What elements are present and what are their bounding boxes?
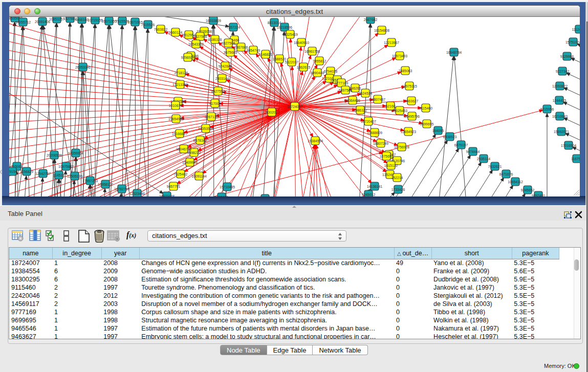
svg-text:15720407: 15720407 [361, 120, 376, 123]
svg-text:1075692: 1075692 [380, 155, 394, 158]
svg-text:12213369: 12213369 [172, 83, 188, 86]
svg-text:16046736: 16046736 [176, 147, 191, 151]
svg-text:10719155: 10719155 [88, 18, 103, 22]
svg-text:9245652: 9245652 [521, 188, 535, 192]
svg-text:11124047: 11124047 [572, 28, 580, 31]
svg-text:12323446: 12323446 [129, 192, 145, 195]
svg-text:20206536: 20206536 [47, 154, 62, 157]
svg-text:8215956: 8215956 [540, 107, 554, 111]
svg-text:9777169: 9777169 [335, 81, 349, 85]
svg-text:252214: 252214 [391, 176, 403, 180]
svg-text:1010673: 1010673 [169, 104, 183, 107]
svg-text:12942757: 12942757 [35, 172, 51, 176]
svg-text:5322037: 5322037 [285, 60, 299, 64]
svg-text:11325419: 11325419 [282, 33, 298, 36]
svg-text:16154808: 16154808 [374, 29, 389, 32]
svg-text:9296934: 9296934 [181, 56, 195, 59]
svg-text:9463627: 9463627 [405, 99, 419, 103]
svg-text:3267130: 3267130 [205, 115, 219, 119]
svg-text:8990448: 8990448 [311, 71, 324, 75]
svg-text:9245012: 9245012 [362, 193, 376, 196]
svg-text:19166827: 19166827 [172, 132, 187, 136]
svg-text:9699695: 9699695 [420, 122, 434, 126]
svg-text:9327508: 9327508 [222, 41, 235, 45]
svg-text:3624534: 3624534 [359, 92, 373, 95]
svg-text:9660124: 9660124 [169, 31, 183, 34]
svg-text:114519: 114519 [53, 173, 64, 177]
svg-text:1615132: 1615132 [384, 164, 398, 167]
svg-text:6879197: 6879197 [454, 143, 468, 147]
svg-text:16782759: 16782759 [114, 187, 129, 191]
svg-text:9242848: 9242848 [219, 64, 232, 68]
svg-text:20364436: 20364436 [345, 99, 360, 102]
svg-text:10688609: 10688609 [367, 131, 382, 135]
svg-text:17359934: 17359934 [68, 151, 83, 155]
svg-text:13654923: 13654923 [401, 130, 416, 134]
svg-text:62160: 62160 [386, 104, 396, 108]
svg-text:7663822: 7663822 [154, 28, 168, 31]
svg-text:7625402: 7625402 [174, 172, 188, 176]
svg-text:9146821: 9146821 [259, 53, 273, 56]
svg-text:7357224: 7357224 [227, 26, 241, 29]
svg-text:10654112: 10654112 [508, 180, 523, 184]
svg-text:19218596: 19218596 [277, 26, 292, 29]
svg-text:20691406: 20691406 [35, 20, 50, 24]
svg-text:8186328: 8186328 [208, 38, 222, 41]
svg-text:16033809: 16033809 [206, 19, 221, 23]
svg-text:10025453: 10025453 [392, 109, 407, 113]
svg-text:14055712: 14055712 [15, 20, 31, 24]
svg-text:10973493: 10973493 [392, 54, 407, 58]
svg-text:9892401: 9892401 [532, 194, 546, 196]
svg-text:8454749: 8454749 [247, 49, 260, 52]
svg-text:3498222: 3498222 [187, 151, 201, 155]
svg-text:8427552: 8427552 [211, 90, 225, 93]
svg-text:8813014: 8813014 [268, 21, 281, 25]
svg-text:17957253: 17957253 [82, 179, 98, 183]
svg-text:2935114: 2935114 [477, 157, 490, 161]
svg-text:12213967: 12213967 [384, 41, 399, 45]
svg-text:2867608: 2867608 [234, 46, 248, 49]
svg-text:16648784: 16648784 [446, 51, 462, 54]
svg-text:16495796: 16495796 [404, 115, 420, 118]
svg-text:2718126: 2718126 [175, 71, 188, 75]
svg-text:9115460: 9115460 [419, 106, 432, 110]
svg-text:7515526: 7515526 [141, 23, 155, 27]
svg-text:10807487: 10807487 [370, 98, 385, 101]
svg-text:164095: 164095 [432, 129, 444, 133]
svg-text:2087682: 2087682 [364, 18, 378, 21]
svg-text:6497568: 6497568 [339, 89, 353, 92]
svg-text:19654985: 19654985 [168, 117, 184, 121]
svg-text:17016504: 17016504 [561, 144, 576, 147]
svg-text:12505135: 12505135 [67, 174, 82, 178]
svg-text:10671915: 10671915 [127, 20, 143, 24]
svg-text:1733426: 1733426 [391, 188, 405, 191]
svg-text:12093872: 12093872 [552, 84, 568, 88]
svg-text:7955812: 7955812 [313, 59, 326, 63]
svg-text:10853257: 10853257 [49, 17, 64, 21]
svg-text:8471676: 8471676 [499, 172, 513, 176]
svg-text:26053346: 26053346 [75, 65, 91, 69]
svg-text:9329966: 9329966 [560, 55, 574, 58]
svg-text:7485063: 7485063 [399, 69, 412, 73]
svg-text:1244415: 1244415 [553, 99, 567, 102]
svg-text:16961758: 16961758 [304, 50, 320, 53]
svg-text:15692071: 15692071 [554, 130, 569, 134]
svg-text:18640910: 18640910 [294, 41, 309, 45]
svg-text:9227342: 9227342 [556, 70, 570, 73]
svg-text:116753: 116753 [571, 157, 580, 161]
svg-text:16091144: 16091144 [191, 174, 207, 178]
svg-text:12975115: 12975115 [402, 84, 417, 88]
svg-text:16210643: 16210643 [552, 115, 568, 118]
svg-text:15710485: 15710485 [220, 185, 235, 189]
svg-text:417004: 417004 [209, 102, 221, 105]
svg-text:15409948: 15409948 [182, 161, 198, 164]
svg-text:9463621: 9463621 [215, 195, 229, 196]
svg-text:25302023: 25302023 [264, 111, 279, 114]
svg-text:15751074: 15751074 [565, 40, 580, 44]
svg-text:8938923: 8938923 [443, 135, 457, 139]
svg-text:9457791: 9457791 [167, 185, 181, 188]
svg-text:1588520: 1588520 [273, 57, 287, 61]
svg-text:16671355: 16671355 [101, 19, 117, 23]
svg-text:7632621: 7632621 [488, 165, 502, 168]
svg-text:39154: 39154 [9, 170, 17, 173]
